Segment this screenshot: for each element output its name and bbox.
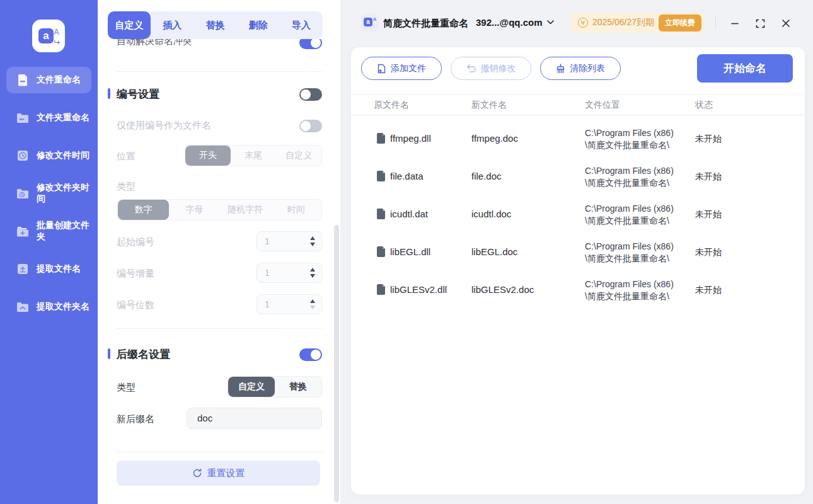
position-option-start[interactable]: 开头 [185, 146, 231, 166]
step-up-icon[interactable] [310, 268, 315, 272]
minimize-button[interactable] [728, 16, 742, 30]
table-row[interactable]: icudtl.dat icudtl.doc C:\Program Files (… [351, 196, 805, 234]
vip-icon: V [578, 18, 588, 28]
stepper-arrows[interactable] [310, 299, 321, 309]
settings-scrollbar[interactable] [334, 225, 339, 502]
step-down-icon[interactable] [310, 243, 315, 246]
add-files-label: 添加文件 [391, 63, 426, 74]
sidebar-item-extract-filename[interactable]: 提取文件名 [6, 256, 91, 282]
reset-settings-button[interactable]: 重置设置 [117, 461, 320, 486]
sidebar-item-batch-create-folder[interactable]: 批量创建文件夹 [6, 218, 91, 244]
column-status: 状态 [695, 100, 713, 111]
only-number-label: 仅使用编号作为文件名 [117, 120, 211, 132]
stepper-arrows[interactable] [310, 236, 321, 246]
file-list-card: 添加文件 撤销修改 清除列表 开始命名 原文件名 新文件名 文件位置 状态 ff… [351, 47, 805, 495]
position-option-custom[interactable]: 自定义 [276, 146, 321, 166]
only-number-toggle[interactable] [299, 120, 322, 132]
new-filename: libEGL.doc [471, 246, 517, 257]
file-icon [376, 133, 385, 146]
settings-scroll-area: 自动解决命名冲突 编号设置 仅使用编号作为文件名 位置 开头 末尾 自定义 类型… [98, 39, 340, 504]
type-option-random[interactable]: 随机字符 [220, 200, 271, 220]
settings-panel: 自定义 插入 替换 删除 导入 自动解决命名冲突 编号设置 仅使用编号作为文件名… [98, 0, 340, 504]
toggle-knob [301, 89, 311, 100]
step-down-icon[interactable] [310, 306, 315, 309]
sidebar-item-folder-time[interactable]: 修改文件夹时间 [6, 180, 91, 207]
tab-delete[interactable]: 删除 [237, 11, 280, 39]
original-filename: libEGL.dll [390, 246, 430, 257]
start-number-label: 起始编号 [117, 236, 154, 248]
tab-replace[interactable]: 替换 [193, 11, 236, 39]
folder-create-icon [15, 224, 30, 239]
table-row[interactable]: libEGL.dll libEGL.doc C:\Program Files (… [351, 234, 805, 272]
digits-stepper[interactable]: 1 [257, 294, 322, 314]
suffix-toggle[interactable] [299, 348, 322, 361]
position-option-end[interactable]: 末尾 [231, 146, 276, 166]
sidebar-menu: 文件重命名 文件夹重命名 修改文件时间 修改文件夹时间 批量创建文件夹 [0, 67, 98, 331]
table-row[interactable]: file.data file.doc C:\Program Files (x86… [351, 158, 805, 196]
type-option-letter[interactable]: 字母 [169, 200, 220, 220]
undo-button[interactable]: 撤销修改 [451, 57, 531, 80]
sidebar-item-extract-foldername[interactable]: 提取文件夹名 [6, 294, 91, 320]
stepper-arrows[interactable] [310, 268, 321, 278]
numbering-section-title: 编号设置 [117, 87, 159, 101]
undo-icon [466, 64, 476, 73]
step-down-icon[interactable] [310, 274, 315, 278]
section-accent-bar [108, 348, 110, 359]
maximize-icon [756, 19, 765, 28]
add-file-icon [377, 64, 386, 74]
account-menu[interactable]: 392...@qq.com [476, 17, 554, 28]
file-table: ffmpeg.dll ffmpeg.doc C:\Program Files (… [351, 120, 805, 309]
app-title: 简鹿文件批量重命名 [383, 18, 468, 30]
add-files-button[interactable]: 添加文件 [361, 57, 442, 80]
table-row[interactable]: ffmpeg.dll ffmpeg.doc C:\Program Files (… [351, 120, 805, 158]
start-number-stepper[interactable]: 1 [257, 231, 322, 251]
original-filename: icudtl.dat [390, 209, 428, 219]
sidebar-item-folder-rename[interactable]: 文件夹重命名 [6, 105, 91, 131]
suffix-option-replace[interactable]: 替换 [275, 377, 321, 397]
folder-time-icon [15, 186, 30, 201]
table-row[interactable]: libGLESv2.dll libGLESv2.doc C:\Program F… [351, 272, 805, 309]
sidebar-item-label: 提取文件名 [37, 263, 81, 275]
step-up-icon[interactable] [310, 236, 315, 240]
suffix-option-custom[interactable]: 自定义 [228, 377, 275, 397]
close-button[interactable] [779, 16, 793, 30]
sidebar-item-label: 文件夹重命名 [37, 112, 89, 123]
account-email: 392...@qq.com [476, 17, 543, 28]
position-label: 位置 [117, 151, 136, 163]
file-location: C:\Program Files (x86)\简鹿文件批量重命名\ [585, 127, 674, 151]
settings-tabbar: 自定义 插入 替换 删除 导入 [108, 11, 323, 39]
new-filename: icudtl.doc [471, 209, 511, 219]
type-option-time[interactable]: 时间 [270, 200, 321, 220]
tab-custom[interactable]: 自定义 [108, 11, 151, 39]
start-rename-button[interactable]: 开始命名 [697, 54, 793, 83]
reset-settings-label: 重置设置 [207, 467, 245, 479]
type-option-digit[interactable]: 数字 [118, 200, 169, 220]
numbering-toggle[interactable] [299, 88, 322, 101]
maximize-button[interactable] [753, 16, 767, 30]
new-suffix-input[interactable]: doc [187, 408, 322, 429]
increment-stepper[interactable]: 1 [257, 263, 322, 283]
file-location: C:\Program Files (x86)\简鹿文件批量重命名\ [585, 203, 674, 227]
suffix-type-segmented-control: 自定义 替换 [228, 376, 322, 398]
step-up-icon[interactable] [310, 299, 315, 303]
number-type-segmented-control: 数字 字母 随机字符 时间 [117, 199, 322, 220]
tab-insert[interactable]: 插入 [151, 11, 193, 39]
divider [117, 328, 323, 329]
divider [117, 71, 323, 72]
sidebar-item-file-time[interactable]: 修改文件时间 [6, 142, 91, 169]
status-text: 未开始 [695, 247, 722, 258]
file-location: C:\Program Files (x86)\简鹿文件批量重命名\ [585, 241, 674, 265]
renew-button[interactable]: 立即续费 [659, 14, 701, 32]
file-icon [376, 246, 385, 260]
file-icon [376, 284, 385, 297]
new-suffix-label: 新后缀名 [117, 413, 154, 425]
tab-import[interactable]: 导入 [280, 11, 323, 39]
number-type-label: 类型 [117, 181, 136, 193]
suffix-type-label: 类型 [117, 382, 136, 394]
clear-list-button[interactable]: 清除列表 [540, 57, 621, 80]
folder-rename-icon [15, 110, 30, 125]
extract-folder-icon [15, 299, 30, 314]
sidebar-item-file-rename[interactable]: 文件重命名 [6, 67, 91, 93]
auto-resolve-toggle[interactable] [299, 39, 322, 49]
file-icon [376, 209, 385, 222]
